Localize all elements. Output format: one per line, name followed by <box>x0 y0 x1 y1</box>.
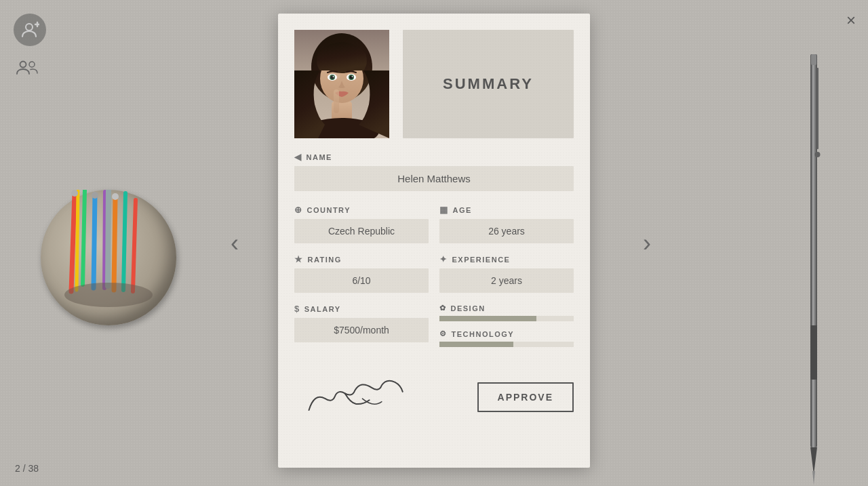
salary-value: $7500/month <box>294 318 429 342</box>
svg-rect-26 <box>811 54 816 65</box>
experience-label: ✦ EXPERIENCE <box>439 254 574 264</box>
svg-point-16 <box>92 192 98 199</box>
rating-value: 6/10 <box>294 268 429 293</box>
star-icon: ★ <box>294 254 304 264</box>
profile-photo <box>294 30 389 138</box>
svg-line-8 <box>104 192 105 288</box>
design-label: ✿ DESIGN <box>439 304 574 312</box>
svg-line-5 <box>71 193 75 291</box>
technology-bar-bg <box>439 342 574 347</box>
svg-point-0 <box>26 24 33 31</box>
svg-rect-24 <box>816 68 818 149</box>
svg-marker-23 <box>812 471 815 485</box>
skills-group: ✿ DESIGN ⚙ TECHNOLOGY <box>439 304 574 354</box>
svg-rect-20 <box>812 54 814 447</box>
card-top-section: SUMMARY <box>294 30 574 138</box>
pens-decoration <box>34 149 183 325</box>
design-icon: ✿ <box>439 304 447 312</box>
design-bar-bg <box>439 316 574 321</box>
rating-label: ★ RATING <box>294 254 429 264</box>
name-label: ◀ NAME <box>294 152 574 162</box>
svg-line-6 <box>83 190 85 285</box>
salary-label: $ SALARY <box>294 304 429 314</box>
svg-point-4 <box>29 62 35 67</box>
country-age-row: ⊕ COUNTRY Czech Republic ▦ AGE 26 years <box>294 205 574 243</box>
summary-box: SUMMARY <box>403 30 574 138</box>
country-value: Czech Republic <box>294 219 429 243</box>
svg-line-10 <box>123 193 125 290</box>
age-group: ▦ AGE 26 years <box>439 205 574 243</box>
country-group: ⊕ COUNTRY Czech Republic <box>294 205 429 243</box>
name-section: ◀ NAME Helen Matthews <box>294 152 574 191</box>
pen-decoration <box>793 54 834 445</box>
card-bottom: APPROVE <box>294 370 574 419</box>
page-counter: 2 / 38 <box>15 463 39 474</box>
nav-next-button[interactable]: › <box>643 229 651 258</box>
close-button[interactable]: × <box>846 12 856 28</box>
technology-icon: ⚙ <box>439 329 448 338</box>
add-user-button[interactable] <box>14 14 46 46</box>
svg-marker-22 <box>810 447 817 474</box>
signature <box>294 376 416 419</box>
approve-button[interactable]: APPROVE <box>477 382 574 412</box>
svg-line-11 <box>133 200 136 291</box>
name-value: Helen Matthews <box>294 166 574 191</box>
salary-skills-row: $ SALARY $7500/month ✿ DESIGN ⚙ TECHNOLO… <box>294 304 574 354</box>
rating-experience-row: ★ RATING 6/10 ✦ EXPERIENCE 2 years <box>294 254 574 293</box>
toolbar-icons <box>14 14 46 81</box>
svg-line-9 <box>114 197 115 290</box>
age-value: 26 years <box>439 219 574 243</box>
rating-group: ★ RATING 6/10 <box>294 254 429 293</box>
technology-bar-fill <box>439 342 513 347</box>
svg-point-14 <box>64 283 153 307</box>
svg-line-13 <box>108 190 108 286</box>
profile-card: SUMMARY ◀ NAME Helen Matthews ⊕ COUNTRY … <box>278 14 590 468</box>
svg-line-7 <box>94 195 95 288</box>
svg-point-3 <box>20 62 26 68</box>
design-bar-fill <box>439 316 536 321</box>
svg-point-17 <box>112 193 119 200</box>
experience-group: ✦ EXPERIENCE 2 years <box>439 254 574 293</box>
svg-rect-41 <box>334 89 339 113</box>
globe-icon: ⊕ <box>294 205 303 215</box>
age-label: ▦ AGE <box>439 205 574 215</box>
summary-title: SUMMARY <box>443 75 534 93</box>
puzzle-icon: ✦ <box>439 254 448 264</box>
technology-label: ⚙ TECHNOLOGY <box>439 329 574 338</box>
svg-point-42 <box>330 73 340 79</box>
person-icon: ◀ <box>294 152 302 162</box>
svg-point-15 <box>71 190 78 197</box>
svg-point-40 <box>352 76 353 77</box>
salary-group: $ SALARY $7500/month <box>294 304 429 342</box>
svg-rect-21 <box>810 325 817 380</box>
users-button[interactable] <box>14 54 41 81</box>
svg-point-25 <box>815 152 821 157</box>
technology-skill: ⚙ TECHNOLOGY <box>439 329 574 347</box>
country-label: ⊕ COUNTRY <box>294 205 429 215</box>
calendar-icon: ▦ <box>439 205 449 215</box>
dollar-icon: $ <box>294 304 300 314</box>
design-skill: ✿ DESIGN <box>439 304 574 321</box>
experience-value: 2 years <box>439 268 574 293</box>
svg-line-12 <box>77 191 78 290</box>
nav-prev-button[interactable]: ‹ <box>231 229 239 258</box>
